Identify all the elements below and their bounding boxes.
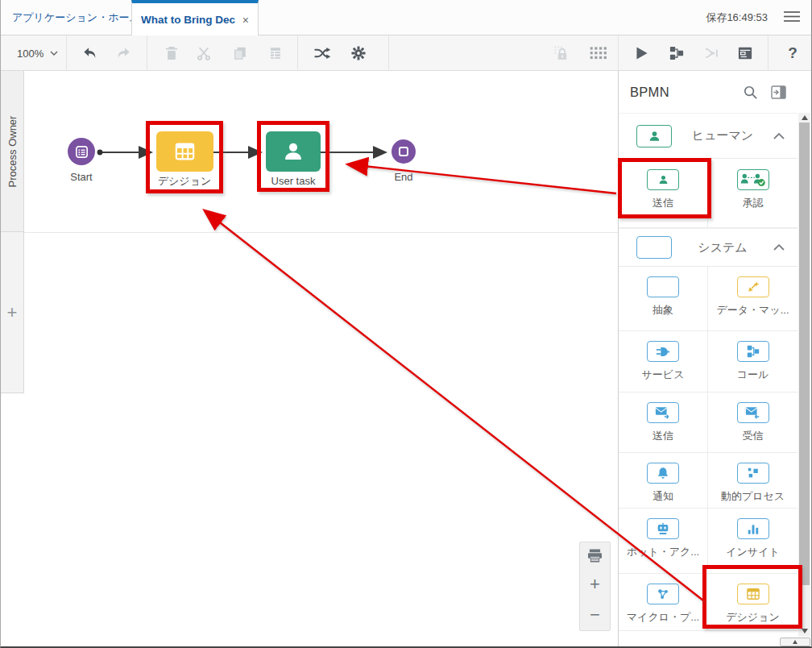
reorder-flow-button[interactable] <box>314 47 331 60</box>
tab-application-home[interactable]: アプリケーション・ホーム <box>1 0 151 35</box>
process-map-button[interactable] <box>669 46 684 60</box>
align-merge-button[interactable] <box>705 48 719 60</box>
palette-item-call[interactable]: コール <box>708 331 798 393</box>
palette-item-label: 送信 <box>652 429 673 443</box>
dynamic-process-icon <box>737 463 769 484</box>
end-event-node[interactable] <box>392 139 416 164</box>
close-icon[interactable]: × <box>242 15 249 26</box>
forms-button[interactable] <box>738 46 752 60</box>
palette-item-label: ボット・アク... <box>627 545 699 559</box>
palette-item-micro-process[interactable]: マイクロ・プ... <box>619 574 708 631</box>
molecule-icon <box>647 584 679 604</box>
user-task-node[interactable] <box>266 131 321 172</box>
palette-title: BPMN <box>630 85 730 100</box>
palette-item-label: サービス <box>642 368 685 382</box>
shuffle-icon <box>314 47 331 60</box>
triangle-up-icon <box>793 640 798 644</box>
canvas-zoom-controls: + − <box>579 542 611 631</box>
panel-collapse-icon <box>771 85 786 99</box>
paste-button[interactable] <box>269 46 283 60</box>
section-system[interactable]: システム <box>619 228 798 267</box>
process-designer-window: アプリケーション・ホーム What to Bring Decisi... × 保… <box>0 0 812 648</box>
scrollbar-thumb[interactable] <box>799 123 810 585</box>
zoom-level-value: 100% <box>17 48 44 60</box>
palette-item-label: 送信 <box>652 196 673 210</box>
gear-icon <box>351 46 367 61</box>
scroll-top-pill-button[interactable] <box>780 638 810 646</box>
palette-item-insight[interactable]: インサイト <box>708 509 798 574</box>
start-event-node[interactable] <box>68 138 95 165</box>
start-event-icon <box>74 144 89 160</box>
chevron-up-icon <box>773 133 785 139</box>
system-section-icon <box>636 236 672 259</box>
palette-item-data-mapper[interactable]: データ・マッ... <box>708 267 798 331</box>
trash-icon <box>165 46 178 60</box>
delete-button[interactable] <box>165 46 178 60</box>
search-icon <box>743 85 758 100</box>
palette-item-dynamic-process[interactable]: 動的プロセス <box>708 453 798 509</box>
undo-icon <box>83 46 98 61</box>
collapse-panel-button[interactable] <box>771 85 786 99</box>
redo-icon <box>116 46 131 61</box>
section-human-label: ヒューマン <box>672 128 773 143</box>
bell-icon <box>647 463 679 484</box>
robot-icon <box>647 518 679 539</box>
plus-icon: + <box>7 304 18 322</box>
palette-item-label: 動的プロセス <box>721 489 785 504</box>
palette-item-label: 受信 <box>743 429 764 443</box>
bar-chart-icon <box>737 518 769 539</box>
zoom-out-button[interactable]: − <box>590 606 600 624</box>
palette-item-abstract[interactable]: 抽象 <box>619 267 708 331</box>
chevron-up-icon <box>773 244 785 251</box>
palette-item-label: マイクロ・プ... <box>627 610 699 625</box>
user-icon <box>281 140 305 163</box>
palette-item-submit-human[interactable]: 送信 <box>619 159 708 228</box>
zoom-in-button[interactable]: + <box>590 575 600 593</box>
search-button[interactable] <box>743 85 758 100</box>
scroll-down-arrow[interactable] <box>798 625 810 637</box>
palette-scrollbar[interactable] <box>798 113 810 637</box>
lock-snap-button[interactable] <box>554 46 570 61</box>
end-event-icon <box>399 147 408 156</box>
lock-icon <box>554 46 570 61</box>
test-run-button[interactable] <box>636 47 648 60</box>
end-node-label: End <box>379 171 428 183</box>
decision-node[interactable] <box>156 131 213 172</box>
tab-active-process[interactable]: What to Bring Decisi... × <box>131 0 259 36</box>
palette-item-notify[interactable]: 通知 <box>619 453 708 509</box>
lane-label: Process Owner <box>6 115 19 187</box>
palette-item-service[interactable]: サービス <box>619 331 708 393</box>
settings-button[interactable] <box>351 46 367 61</box>
lane-header-process-owner[interactable]: Process Owner <box>1 71 24 232</box>
zoom-level-select[interactable]: 100% <box>10 35 64 71</box>
redo-button[interactable] <box>116 46 131 61</box>
chevron-down-icon <box>50 51 58 56</box>
menu-button[interactable] <box>784 10 800 23</box>
scroll-up-arrow[interactable] <box>798 113 810 123</box>
cut-button[interactable] <box>197 46 211 60</box>
copy-button[interactable] <box>234 46 247 60</box>
palette-item-bot-action[interactable]: ボット・アク... <box>619 509 708 574</box>
palette-item-label: コール <box>737 368 769 382</box>
palette-item-label: インサイト <box>726 545 780 559</box>
merge-arrows-icon <box>705 48 719 60</box>
palette-item-receive[interactable]: 受信 <box>708 393 798 453</box>
add-lane-strip[interactable]: + <box>1 232 24 393</box>
palette-item-label: 抽象 <box>652 303 673 318</box>
paste-table-icon <box>269 46 283 60</box>
palette-item-send[interactable]: 送信 <box>619 393 708 453</box>
grid-toggle-button[interactable] <box>590 47 607 60</box>
undo-button[interactable] <box>83 46 98 61</box>
envelope-send-icon <box>647 402 679 423</box>
section-system-label: システム <box>672 240 773 255</box>
section-human[interactable]: ヒューマン <box>619 113 798 159</box>
print-button[interactable] <box>587 549 603 563</box>
palette-item-decision[interactable]: デシジョン <box>708 574 798 631</box>
user-task-node-label: User task <box>261 175 325 187</box>
plug-icon <box>647 341 679 362</box>
palette-item-approve[interactable]: 承認 <box>708 159 798 228</box>
scissors-icon <box>197 46 211 60</box>
help-button[interactable]: ? <box>788 44 798 62</box>
approve-icon <box>737 169 769 190</box>
palette-item-label: 通知 <box>652 489 673 504</box>
